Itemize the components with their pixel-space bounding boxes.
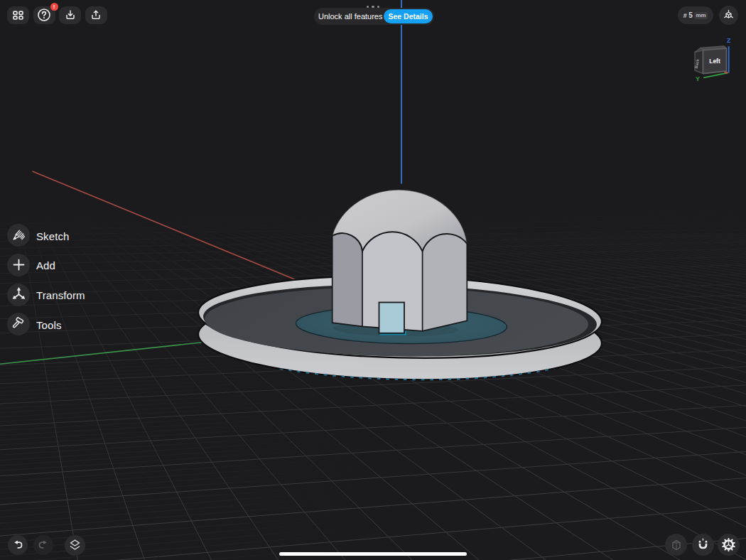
svg-text:Left: Left — [709, 58, 720, 65]
svg-text:Z: Z — [727, 37, 731, 44]
svg-text:Y: Y — [696, 75, 700, 82]
